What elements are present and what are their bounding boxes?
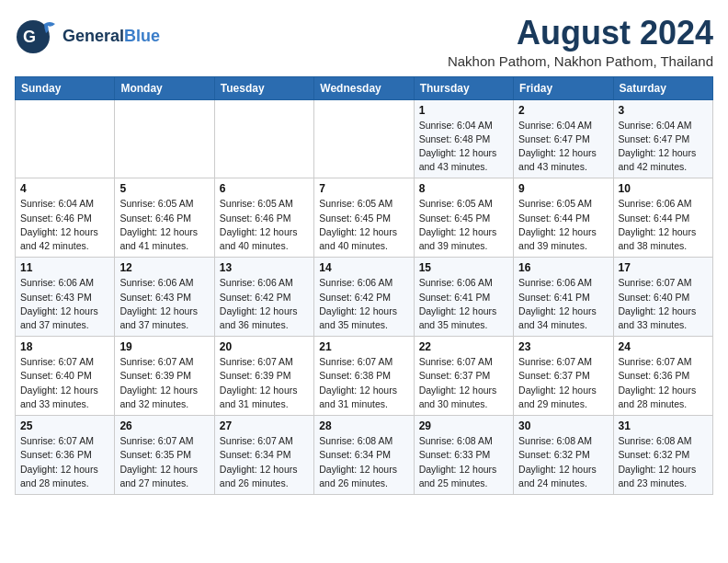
day-number: 15 <box>419 261 508 274</box>
page-header: G GeneralBlue August 2024 Nakhon Pathom,… <box>15 15 713 69</box>
day-number: 4 <box>20 182 109 195</box>
day-info: Sunrise: 6:07 AMSunset: 6:37 PMDaylight:… <box>518 355 608 411</box>
logo: G GeneralBlue <box>15 15 160 59</box>
calendar-cell: 27Sunrise: 6:07 AMSunset: 6:34 PMDayligh… <box>214 416 313 495</box>
calendar-week-row: 1Sunrise: 6:04 AMSunset: 6:48 PMDaylight… <box>16 99 713 178</box>
day-number: 8 <box>419 182 508 195</box>
calendar-cell: 23Sunrise: 6:07 AMSunset: 6:37 PMDayligh… <box>514 337 613 416</box>
calendar-cell: 29Sunrise: 6:08 AMSunset: 6:33 PMDayligh… <box>414 416 513 495</box>
day-number: 5 <box>119 182 209 195</box>
calendar-cell: 1Sunrise: 6:04 AMSunset: 6:48 PMDaylight… <box>414 99 513 178</box>
calendar-cell: 2Sunrise: 6:04 AMSunset: 6:47 PMDaylight… <box>514 99 613 178</box>
calendar-cell: 5Sunrise: 6:05 AMSunset: 6:46 PMDaylight… <box>115 178 214 258</box>
day-info: Sunrise: 6:07 AMSunset: 6:35 PMDaylight:… <box>119 434 209 490</box>
calendar-cell: 22Sunrise: 6:07 AMSunset: 6:37 PMDayligh… <box>414 337 513 416</box>
day-info: Sunrise: 6:08 AMSunset: 6:32 PMDaylight:… <box>518 434 608 490</box>
title-block: August 2024 Nakhon Pathom, Nakhon Pathom… <box>448 15 713 69</box>
day-number: 7 <box>319 182 408 195</box>
day-number: 31 <box>619 419 708 432</box>
calendar-table: Sunday Monday Tuesday Wednesday Thursday… <box>15 76 713 495</box>
day-number: 6 <box>220 182 309 195</box>
calendar-cell: 26Sunrise: 6:07 AMSunset: 6:35 PMDayligh… <box>115 416 214 495</box>
month-title: August 2024 <box>448 15 713 52</box>
day-number: 22 <box>419 340 508 353</box>
calendar-cell: 15Sunrise: 6:06 AMSunset: 6:41 PMDayligh… <box>414 258 513 337</box>
col-monday: Monday <box>115 76 214 99</box>
calendar-cell: 9Sunrise: 6:05 AMSunset: 6:44 PMDaylight… <box>514 178 613 258</box>
day-number: 3 <box>619 104 708 117</box>
day-info: Sunrise: 6:07 AMSunset: 6:36 PMDaylight:… <box>619 355 708 411</box>
day-number: 16 <box>518 261 608 274</box>
day-info: Sunrise: 6:05 AMSunset: 6:46 PMDaylight:… <box>220 197 309 253</box>
day-number: 30 <box>518 419 608 432</box>
calendar-cell: 31Sunrise: 6:08 AMSunset: 6:32 PMDayligh… <box>613 416 712 495</box>
day-info: Sunrise: 6:08 AMSunset: 6:32 PMDaylight:… <box>619 434 708 490</box>
day-number: 10 <box>619 182 708 195</box>
svg-text:G: G <box>23 28 36 46</box>
calendar-cell: 8Sunrise: 6:05 AMSunset: 6:45 PMDaylight… <box>414 178 513 258</box>
day-info: Sunrise: 6:07 AMSunset: 6:34 PMDaylight:… <box>220 434 309 490</box>
calendar-week-row: 4Sunrise: 6:04 AMSunset: 6:46 PMDaylight… <box>16 178 713 258</box>
day-number: 29 <box>419 419 508 432</box>
day-number: 24 <box>619 340 708 353</box>
calendar-cell: 30Sunrise: 6:08 AMSunset: 6:32 PMDayligh… <box>514 416 613 495</box>
day-number: 20 <box>220 340 309 353</box>
day-number: 25 <box>20 419 109 432</box>
day-info: Sunrise: 6:05 AMSunset: 6:45 PMDaylight:… <box>419 197 508 253</box>
day-info: Sunrise: 6:04 AMSunset: 6:47 PMDaylight:… <box>518 119 608 175</box>
calendar-cell: 14Sunrise: 6:06 AMSunset: 6:42 PMDayligh… <box>314 258 414 337</box>
calendar-cell: 7Sunrise: 6:05 AMSunset: 6:45 PMDaylight… <box>314 178 414 258</box>
calendar-cell: 13Sunrise: 6:06 AMSunset: 6:42 PMDayligh… <box>214 258 313 337</box>
day-number: 1 <box>419 104 508 117</box>
day-info: Sunrise: 6:05 AMSunset: 6:44 PMDaylight:… <box>518 197 608 253</box>
calendar-cell: 28Sunrise: 6:08 AMSunset: 6:34 PMDayligh… <box>314 416 414 495</box>
day-info: Sunrise: 6:04 AMSunset: 6:46 PMDaylight:… <box>20 197 109 253</box>
day-info: Sunrise: 6:07 AMSunset: 6:40 PMDaylight:… <box>619 276 708 332</box>
day-info: Sunrise: 6:06 AMSunset: 6:42 PMDaylight:… <box>319 276 408 332</box>
day-info: Sunrise: 6:07 AMSunset: 6:36 PMDaylight:… <box>20 434 109 490</box>
calendar-cell: 18Sunrise: 6:07 AMSunset: 6:40 PMDayligh… <box>16 337 115 416</box>
calendar-cell: 6Sunrise: 6:05 AMSunset: 6:46 PMDaylight… <box>214 178 313 258</box>
logo-text: GeneralBlue <box>63 28 160 46</box>
day-number: 28 <box>319 419 408 432</box>
day-info: Sunrise: 6:06 AMSunset: 6:43 PMDaylight:… <box>119 276 209 332</box>
day-number: 2 <box>518 104 608 117</box>
calendar-cell: 16Sunrise: 6:06 AMSunset: 6:41 PMDayligh… <box>514 258 613 337</box>
calendar-cell: 12Sunrise: 6:06 AMSunset: 6:43 PMDayligh… <box>115 258 214 337</box>
calendar-header-row: Sunday Monday Tuesday Wednesday Thursday… <box>16 76 713 99</box>
day-number: 17 <box>619 261 708 274</box>
location-title: Nakhon Pathom, Nakhon Pathom, Thailand <box>448 53 713 69</box>
calendar-cell: 11Sunrise: 6:06 AMSunset: 6:43 PMDayligh… <box>16 258 115 337</box>
day-info: Sunrise: 6:04 AMSunset: 6:47 PMDaylight:… <box>619 119 708 175</box>
day-info: Sunrise: 6:08 AMSunset: 6:33 PMDaylight:… <box>419 434 508 490</box>
day-info: Sunrise: 6:06 AMSunset: 6:43 PMDaylight:… <box>20 276 109 332</box>
col-tuesday: Tuesday <box>214 76 313 99</box>
day-info: Sunrise: 6:06 AMSunset: 6:44 PMDaylight:… <box>619 197 708 253</box>
day-number: 23 <box>518 340 608 353</box>
day-info: Sunrise: 6:04 AMSunset: 6:48 PMDaylight:… <box>419 119 508 175</box>
calendar-cell: 4Sunrise: 6:04 AMSunset: 6:46 PMDaylight… <box>16 178 115 258</box>
day-number: 26 <box>119 419 209 432</box>
calendar-week-row: 25Sunrise: 6:07 AMSunset: 6:36 PMDayligh… <box>16 416 713 495</box>
calendar-cell: 21Sunrise: 6:07 AMSunset: 6:38 PMDayligh… <box>314 337 414 416</box>
day-info: Sunrise: 6:06 AMSunset: 6:41 PMDaylight:… <box>419 276 508 332</box>
calendar-week-row: 18Sunrise: 6:07 AMSunset: 6:40 PMDayligh… <box>16 337 713 416</box>
day-info: Sunrise: 6:06 AMSunset: 6:42 PMDaylight:… <box>220 276 309 332</box>
calendar-cell: 25Sunrise: 6:07 AMSunset: 6:36 PMDayligh… <box>16 416 115 495</box>
calendar-cell: 10Sunrise: 6:06 AMSunset: 6:44 PMDayligh… <box>613 178 712 258</box>
calendar-cell: 24Sunrise: 6:07 AMSunset: 6:36 PMDayligh… <box>613 337 712 416</box>
day-info: Sunrise: 6:07 AMSunset: 6:39 PMDaylight:… <box>119 355 209 411</box>
day-number: 14 <box>319 261 408 274</box>
calendar-week-row: 11Sunrise: 6:06 AMSunset: 6:43 PMDayligh… <box>16 258 713 337</box>
day-number: 12 <box>119 261 209 274</box>
day-number: 19 <box>119 340 209 353</box>
day-number: 11 <box>20 261 109 274</box>
day-info: Sunrise: 6:07 AMSunset: 6:39 PMDaylight:… <box>220 355 309 411</box>
col-friday: Friday <box>514 76 613 99</box>
calendar-cell <box>314 99 414 178</box>
logo-icon: G <box>15 15 59 59</box>
day-info: Sunrise: 6:07 AMSunset: 6:40 PMDaylight:… <box>20 355 109 411</box>
day-number: 13 <box>220 261 309 274</box>
col-wednesday: Wednesday <box>314 76 414 99</box>
day-number: 27 <box>220 419 309 432</box>
